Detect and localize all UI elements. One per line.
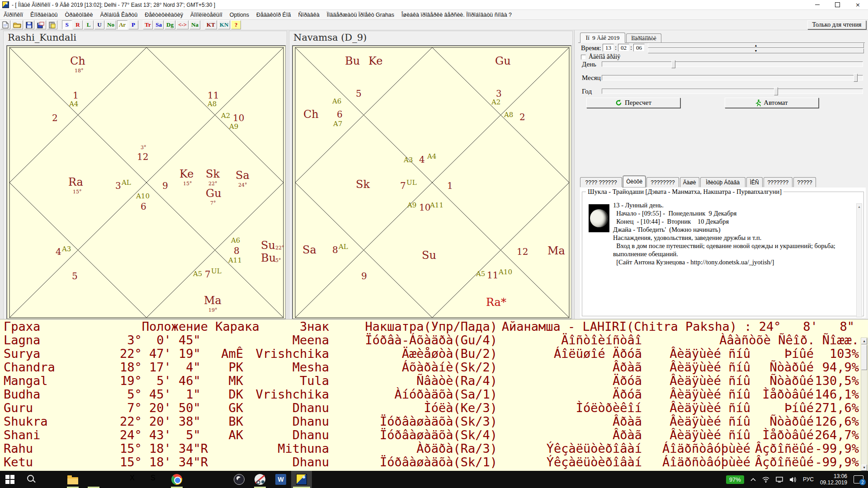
rashi-number: 2 [519,113,525,122]
taskbar-skype-icon[interactable]: S [146,471,166,488]
maximize-button[interactable] [827,0,848,10]
minimize-button[interactable] [807,0,827,10]
menu-item-10[interactable]: Îøèáêà ïðîâåðêè âåðñèè. Ïîïðîáîâàòü ñíîâ… [398,10,515,20]
menu-item-3[interactable]: Äðîáíûå Êàðòû [96,10,141,20]
toolbar-button-Tr[interactable]: Tr [143,20,153,29]
open-file-button[interactable] [11,20,23,29]
single-time-checkbox[interactable] [581,55,586,60]
tab-mid-6[interactable]: ??????? [764,177,793,187]
taskbar-telegram-icon[interactable] [208,471,229,488]
tab-mid-7[interactable]: ????? [793,177,816,187]
language-indicator[interactable]: РУС [803,476,814,483]
toolbar-button-KN[interactable]: KN [218,20,231,29]
taskbar-folder-icon[interactable] [62,471,83,488]
tab-details[interactable]: Ïîäðîáíîñòè [626,33,661,43]
taskbar-firefox-icon[interactable] [83,471,104,488]
rashi-number: 1 [447,181,453,190]
toolbar-button-P[interactable]: P [128,20,138,29]
table-row-guru: Guru 7° 20' 50" GKDhanuÌóëà(Ke/3)Ìóëòðèê… [0,401,868,414]
taskbar-win-icon[interactable] [0,471,21,488]
slider-0[interactable] [602,61,863,67]
menu-item-5[interactable]: Äîïîëíèòåëüíî [187,10,226,20]
menu-item-2[interactable]: Òðàêòîâêè [61,10,97,20]
slider-thumb-0[interactable] [671,60,675,68]
cell-graha: Mangal [4,374,85,388]
taskbar-taskview-icon[interactable] [42,471,62,488]
notification-icon[interactable]: 2 [854,475,863,483]
taskbar-chrome-icon[interactable] [166,471,187,488]
toolbar-button-?[interactable]: ? [231,20,241,29]
copy-chart-button[interactable] [47,20,57,29]
slider-1[interactable] [602,75,863,80]
wifi-icon[interactable] [762,477,769,483]
table-scrollbar[interactable]: ▲ ▼ [861,338,868,471]
toolbar-button-No[interactable]: No [105,20,116,29]
time-seconds-field[interactable]: 06 [633,44,645,52]
auto-button[interactable]: Автомат [725,98,819,108]
table-row-surya: Surya22° 47' 19" AmÊVrishchikaÄæèåøòà(Bu… [0,347,868,360]
toolbar-button-Na[interactable]: Na [189,20,200,29]
taskbar-excel-icon[interactable]: X [125,471,146,488]
rashi-kundali-chart[interactable]: Ch18°1A423°12Ra15°3ALA1069Ke15°Sk22°Sa24… [6,45,286,319]
time-hours-field[interactable]: 13 [603,44,614,52]
menu-item-4[interactable]: Ðåêòèôèêàöèÿ [141,10,187,20]
toolbar-button-R[interactable]: R [73,20,83,29]
recalculate-button[interactable]: Пересчет [586,98,680,108]
time-spin-down[interactable]: ▼ [648,48,864,53]
taskbar-telegram-icon[interactable] [104,471,125,488]
tab-mid-3[interactable]: Äàøè [680,177,699,187]
taskbar-app-icon[interactable] [291,471,312,488]
table-row-lagna: Lagna 3° 0' 45" MeenaÏóðâà-Áõàäðà(Gu/4)Ä… [0,333,868,347]
toolbar-button-L[interactable]: L [84,20,94,29]
menu-item-7[interactable]: Ðåäàêòîð Éîã [253,10,294,20]
toolbar-button-U[interactable]: U [94,20,104,29]
taskbar-calculator-icon[interactable] [187,471,208,488]
toolbar-button-S[interactable]: S [62,20,72,29]
cell-avastha: Ñòàðûé [750,414,814,428]
slider-thumb-2[interactable] [774,87,778,95]
speaker-icon[interactable] [789,477,797,483]
new-document-button[interactable] [0,20,10,29]
cell-znak: Meena [243,333,329,347]
clock[interactable]: 13:06 09.12.2019 [820,473,847,486]
hidden-icons-chevron[interactable] [750,478,756,481]
taskbar-snip-icon[interactable] [250,471,270,488]
tab-mid-0[interactable]: ???? ?????? [580,177,622,187]
save-button[interactable] [24,20,34,29]
table-row-shani: Shani24° 43' 5" AKDhanuÏóðâàøàäõà(Sk/4)Â… [0,428,868,441]
tab-mid-2[interactable]: ???????? [646,177,679,187]
toolbar-button-KT[interactable]: KT [205,20,217,29]
scroll-up-icon: ▲ [861,338,867,344]
menu-item-6[interactable]: Options [226,10,253,20]
menu-item-9[interactable]: Ïîääåðæàòü Ïðîåêò Grahas [323,10,398,20]
time-minutes-field[interactable]: 02 [618,44,629,52]
toolbar-button-Ar[interactable]: Ar [117,20,127,29]
toolbar-button-Sa[interactable]: Sa [154,20,164,29]
tab-mid-1[interactable]: Òèòõè [623,176,646,187]
arudha-label-A5: A5 [476,271,485,277]
save-as-button[interactable] [35,20,46,29]
slider-thumb-1[interactable] [854,74,858,82]
slider-2[interactable] [602,89,863,94]
navamsa-chart[interactable]: BuKe5A6Ch6A7A34A4Gu3A2A82Sk7UL1A910A11Su… [292,45,571,319]
tab-date[interactable]: Ïí 9 Äåê 2019 [580,33,625,43]
toolbar-button-Dg[interactable]: Dg [165,20,175,29]
taskbar-obs-icon[interactable] [229,471,250,488]
menu-item-8[interactable]: Ñïðàâêà [294,10,323,20]
close-button[interactable]: × [848,0,868,10]
menu-item-0[interactable]: Ãîðîñêîï [0,10,27,20]
display-icon[interactable] [776,477,783,483]
cell-znak: Dhanu [243,414,329,428]
cell-karaka: DK [208,387,243,401]
battery-indicator[interactable]: 97% [726,475,744,484]
tab-mid-5[interactable]: ÌÊÑ [746,177,763,187]
readonly-button[interactable]: Только для чтения [807,20,866,29]
cell-znak: Mesha [243,360,329,374]
tab-mid-4[interactable]: Ìðèòüþ Áõàãà [700,177,745,187]
menu-item-1[interactable]: Êîîðäèíàòû [27,10,61,20]
tithi-scrollbar[interactable]: ▲ [856,203,862,317]
time-spin-up[interactable]: ▲ [648,43,864,48]
taskbar-word-icon[interactable]: W [270,471,291,488]
toolbar-button-[interactable]: <-> [176,20,189,29]
taskbar-search-icon[interactable] [21,471,42,488]
